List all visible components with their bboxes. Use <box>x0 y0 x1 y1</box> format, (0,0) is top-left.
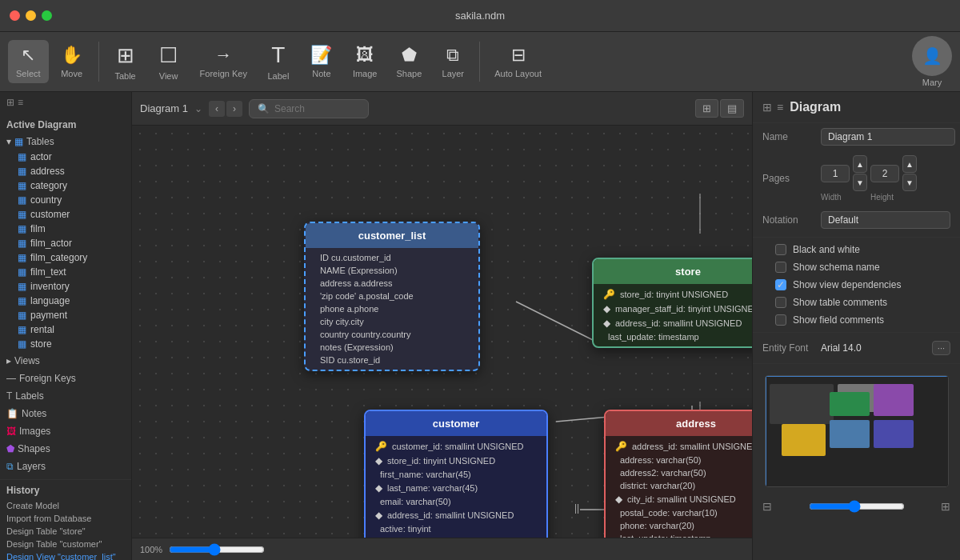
sidebar-item-film[interactable]: ▦film <box>0 222 131 236</box>
rp-font-more-btn[interactable]: ··· <box>932 341 950 355</box>
images-section-header[interactable]: 🖼 Images <box>0 423 131 439</box>
view-list-btn[interactable]: ▤ <box>720 99 744 118</box>
history-design-view[interactable]: Design View "customer_list" <box>6 550 125 560</box>
rp-cb-view-dep[interactable]: ✓ Show view dependencies <box>753 276 960 294</box>
foreign-key-tool[interactable]: → Foreign Key <box>192 40 255 83</box>
table-address[interactable]: address 🔑address_id: smallint UNSIGNED a… <box>604 410 752 538</box>
sidebar-item-category[interactable]: ▦category <box>0 178 131 193</box>
views-section-header[interactable]: ▸ Views <box>0 353 131 369</box>
sidebar-icon-1[interactable]: ⊞ <box>6 97 14 108</box>
history-design-customer[interactable]: Design Table "customer" <box>6 538 125 550</box>
rp-checkbox-view-dep[interactable]: ✓ <box>775 279 786 290</box>
store-field-address: ◆address_id: smallint UNSIGNED <box>594 316 752 330</box>
toolbar-separator-1 <box>98 42 99 82</box>
rp-sep-2 <box>753 332 960 333</box>
move-tool[interactable]: ✋ Move <box>52 40 92 83</box>
notes-section-header[interactable]: 📋 Notes <box>0 406 131 422</box>
note-tool[interactable]: 📝 Note <box>302 40 342 83</box>
rp-checkbox-schema[interactable] <box>775 262 786 273</box>
diagram-dropdown-icon[interactable]: ⌄ <box>194 103 202 114</box>
shape-tool[interactable]: ⬟ Shape <box>388 40 430 83</box>
close-button[interactable] <box>10 10 20 21</box>
layer-icon: ⧉ <box>446 45 459 66</box>
auto-layout-tool[interactable]: ⊟ Auto Layout <box>486 40 550 83</box>
sidebar-item-store[interactable]: ▦store <box>0 337 131 351</box>
sidebar-item-film-actor[interactable]: ▦film_actor <box>0 236 131 250</box>
rp-cb-bw[interactable]: Black and white <box>753 241 960 258</box>
rp-pages-height-down[interactable]: ▼ <box>902 174 917 191</box>
tables-section-header[interactable]: ▾ ▦ Tables <box>0 134 131 150</box>
rp-notation-select[interactable]: Default IDEF1X Crow's Foot <box>821 211 950 229</box>
canvas-area: Diagram 1 ⌄ ‹ › 🔍 ⊞ ▤ <box>132 92 752 560</box>
rp-checkbox-table-comments[interactable] <box>775 297 786 308</box>
svg-rect-14 <box>782 424 826 456</box>
labels-section-header[interactable]: T Labels <box>0 388 131 404</box>
zoom-slider[interactable] <box>169 543 265 556</box>
field-address: address a.address <box>306 277 478 290</box>
shape-label: Shape <box>396 69 422 78</box>
nav-prev[interactable]: ‹ <box>209 101 225 117</box>
sidebar-item-inventory[interactable]: ▦inventory <box>0 279 131 294</box>
nav-next[interactable]: › <box>226 101 242 117</box>
rp-cb-table-comments[interactable]: Show table comments <box>753 294 960 311</box>
search-box[interactable]: 🔍 <box>249 99 369 118</box>
fk-section-header[interactable]: — Foreign Keys <box>0 370 131 386</box>
rp-pages-height-up[interactable]: ▲ <box>902 155 917 173</box>
rp-name-input[interactable] <box>821 128 955 146</box>
maximize-button[interactable] <box>42 10 52 21</box>
sidebar-item-rental[interactable]: ▦rental <box>0 322 131 337</box>
views-label: Views <box>14 355 40 366</box>
rp-checkbox-field-comments[interactable] <box>775 314 786 326</box>
rp-cb-schema[interactable]: Show schema name <box>753 258 960 276</box>
history-design-store[interactable]: Design Table "store" <box>6 525 125 538</box>
layer-tool[interactable]: ⧉ Layer <box>433 40 473 83</box>
table-customer-list[interactable]: customer_list ID cu.customer_id NAME (Ex… <box>304 222 480 371</box>
fk-icon-cust-store: ◆ <box>375 455 382 466</box>
table-icon-actor: ▦ <box>18 151 26 162</box>
minimap-zoom-out-icon[interactable]: ⊟ <box>762 500 772 513</box>
svg-rect-12 <box>770 384 834 424</box>
rp-pages-width-input[interactable] <box>821 165 850 182</box>
sidebar-item-language[interactable]: ▦language <box>0 294 131 308</box>
label-tool[interactable]: T Label <box>258 38 298 86</box>
rp-cb-field-comments[interactable]: Show field comments <box>753 311 960 329</box>
sidebar-item-address[interactable]: ▦address <box>0 164 131 178</box>
table-customer[interactable]: customer 🔑customer_id: smallint UNSIGNED… <box>364 410 548 538</box>
table-icon-store: ▦ <box>18 338 26 350</box>
table-tool[interactable]: ⊞ Table <box>106 38 146 86</box>
image-tool[interactable]: 🖼 Image <box>345 40 386 83</box>
sidebar-item-customer[interactable]: ▦customer <box>0 207 131 222</box>
addr-field-update: last_update: timestamp <box>606 532 752 538</box>
search-input[interactable] <box>274 103 354 114</box>
minimize-button[interactable] <box>26 10 36 21</box>
sidebar-item-film-text[interactable]: ▦film_text <box>0 265 131 279</box>
minimap[interactable] <box>765 375 949 487</box>
rp-pages-width-up[interactable]: ▲ <box>853 155 867 173</box>
layers-icon: ⧉ <box>6 461 14 472</box>
shapes-section: ⬟ Shapes <box>0 441 131 457</box>
view-tool[interactable]: ☐ View <box>149 38 189 86</box>
sidebar-item-country[interactable]: ▦country <box>0 193 131 207</box>
select-tool[interactable]: ↖ Select <box>8 40 49 83</box>
view-grid-btn[interactable]: ⊞ <box>695 99 718 118</box>
canvas[interactable]: || || ○ customer_list ID cu.customer_id … <box>132 126 752 538</box>
shapes-section-header[interactable]: ⬟ Shapes <box>0 441 131 457</box>
move-label: Move <box>61 69 82 78</box>
minimap-zoom-in-icon[interactable]: ⊞ <box>941 500 950 513</box>
rp-icon-grid[interactable]: ⊞ <box>762 101 772 114</box>
table-icon-category: ▦ <box>18 180 26 191</box>
sidebar-item-film-category[interactable]: ▦film_category <box>0 250 131 265</box>
sidebar-icon-2[interactable]: ≡ <box>18 97 23 108</box>
rp-pages-height-input[interactable] <box>870 165 899 182</box>
history-create-model[interactable]: Create Model <box>6 499 125 512</box>
sidebar-item-actor[interactable]: ▦actor <box>0 150 131 164</box>
minimap-zoom-slider[interactable] <box>809 500 905 513</box>
history-import-db[interactable]: Import from Database <box>6 512 125 525</box>
sidebar-item-payment[interactable]: ▦payment <box>0 308 131 322</box>
user-section[interactable]: 👤 Mary <box>912 36 952 87</box>
table-store[interactable]: store 🔑store_id: tinyint UNSIGNED ◆manag… <box>592 258 752 348</box>
rp-pages-width-down[interactable]: ▼ <box>853 174 867 191</box>
rp-checkbox-bw[interactable] <box>775 244 786 255</box>
rp-icon-list[interactable]: ≡ <box>777 101 783 114</box>
layers-section-header[interactable]: ⧉ Layers <box>0 458 131 474</box>
